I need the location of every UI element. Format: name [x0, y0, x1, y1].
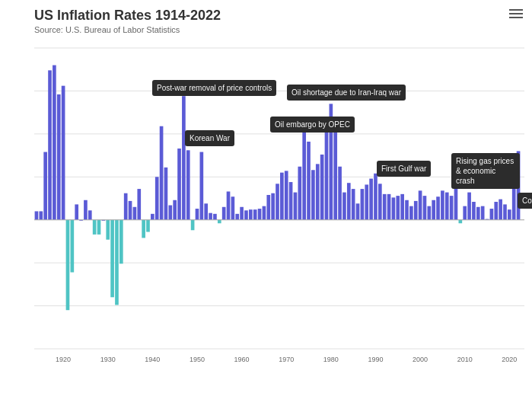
svg-rect-112	[463, 206, 467, 220]
chart-title: US Inflation Rates 1914-2022	[34, 8, 524, 24]
svg-rect-120	[499, 200, 502, 220]
svg-rect-88	[356, 203, 360, 219]
svg-rect-24	[70, 220, 74, 273]
svg-rect-41	[146, 220, 150, 232]
svg-text:1920: 1920	[56, 356, 71, 363]
svg-rect-105	[432, 200, 435, 220]
svg-rect-101	[414, 201, 418, 220]
svg-rect-61	[235, 214, 239, 220]
svg-rect-45	[164, 168, 168, 220]
svg-rect-90	[365, 184, 368, 219]
svg-rect-27	[84, 200, 88, 220]
svg-text:1950: 1950	[190, 356, 205, 363]
svg-rect-16	[35, 211, 39, 219]
svg-rect-60	[231, 196, 235, 219]
svg-rect-113	[467, 193, 471, 220]
svg-rect-93	[378, 184, 382, 219]
svg-rect-124	[517, 151, 521, 219]
svg-rect-104	[427, 206, 431, 220]
svg-rect-42	[151, 214, 155, 220]
svg-rect-28	[88, 210, 92, 219]
svg-rect-114	[472, 202, 476, 220]
svg-rect-89	[361, 189, 365, 220]
svg-rect-59	[227, 191, 231, 219]
svg-rect-82	[330, 104, 333, 219]
svg-rect-52	[196, 209, 199, 220]
svg-text:1980: 1980	[323, 356, 339, 363]
svg-rect-50	[186, 150, 190, 219]
svg-rect-20	[53, 65, 56, 220]
svg-rect-100	[409, 206, 413, 220]
svg-rect-49	[182, 96, 186, 220]
svg-rect-22	[62, 86, 65, 220]
svg-rect-33	[110, 220, 114, 298]
svg-rect-51	[191, 220, 195, 231]
svg-rect-55	[209, 213, 212, 220]
svg-rect-66	[258, 209, 262, 220]
svg-rect-68	[266, 195, 270, 220]
svg-rect-36	[124, 193, 128, 220]
svg-rect-44	[160, 126, 164, 220]
svg-rect-110	[454, 187, 458, 220]
svg-rect-48	[177, 149, 181, 220]
svg-text:1990: 1990	[368, 356, 383, 363]
svg-rect-78	[311, 170, 315, 219]
svg-rect-65	[253, 209, 257, 220]
svg-rect-71	[280, 173, 284, 220]
svg-rect-109	[450, 196, 454, 220]
svg-rect-106	[436, 196, 440, 219]
chart-area: 20151050-5-10-15 19201930194019501960197…	[34, 40, 524, 368]
bars-svg: 20151050-5-10-15 19201930194019501960197…	[34, 40, 524, 368]
svg-rect-96	[392, 197, 396, 219]
svg-rect-25	[75, 204, 78, 219]
chart-source: Source: U.S. Bureau of Labor Statistics	[34, 25, 524, 34]
svg-rect-57	[218, 220, 221, 224]
svg-rect-34	[115, 220, 119, 305]
svg-rect-80	[320, 155, 324, 220]
svg-rect-119	[494, 202, 498, 220]
svg-rect-75	[298, 167, 301, 220]
svg-rect-81	[325, 123, 329, 220]
svg-rect-62	[240, 207, 244, 220]
svg-text:2020: 2020	[502, 356, 517, 363]
svg-text:1930: 1930	[100, 356, 116, 363]
svg-rect-94	[383, 194, 387, 220]
svg-rect-85	[342, 193, 346, 220]
svg-rect-115	[476, 207, 480, 220]
svg-rect-63	[244, 210, 248, 219]
svg-rect-123	[512, 180, 516, 220]
svg-text:1970: 1970	[279, 356, 294, 363]
svg-rect-70	[276, 184, 279, 219]
svg-rect-38	[133, 207, 137, 220]
svg-rect-121	[503, 204, 507, 219]
svg-text:2010: 2010	[457, 356, 473, 363]
svg-rect-77	[307, 142, 311, 220]
svg-rect-54	[204, 203, 208, 219]
svg-rect-30	[97, 220, 101, 235]
svg-rect-32	[106, 220, 110, 240]
chart-container: US Inflation Rates 1914-2022 Source: U.S…	[0, 0, 532, 412]
svg-rect-116	[481, 206, 485, 220]
svg-rect-122	[508, 209, 511, 220]
svg-rect-92	[374, 174, 377, 220]
svg-rect-35	[119, 220, 123, 264]
svg-text:1960: 1960	[234, 356, 250, 363]
svg-rect-108	[445, 193, 449, 220]
svg-rect-86	[347, 183, 351, 220]
svg-rect-76	[302, 124, 306, 219]
svg-rect-58	[222, 207, 226, 220]
svg-rect-67	[263, 206, 266, 220]
svg-rect-18	[43, 152, 47, 220]
menu-icon[interactable]	[509, 9, 523, 18]
svg-rect-102	[419, 190, 422, 219]
svg-rect-79	[316, 164, 320, 219]
svg-rect-84	[338, 167, 342, 220]
svg-rect-103	[423, 196, 427, 220]
svg-rect-95	[387, 194, 391, 220]
svg-rect-23	[66, 220, 70, 311]
svg-rect-19	[48, 70, 52, 219]
svg-rect-56	[213, 214, 217, 220]
svg-rect-37	[129, 201, 132, 220]
svg-rect-73	[289, 182, 293, 220]
svg-rect-53	[200, 152, 204, 220]
